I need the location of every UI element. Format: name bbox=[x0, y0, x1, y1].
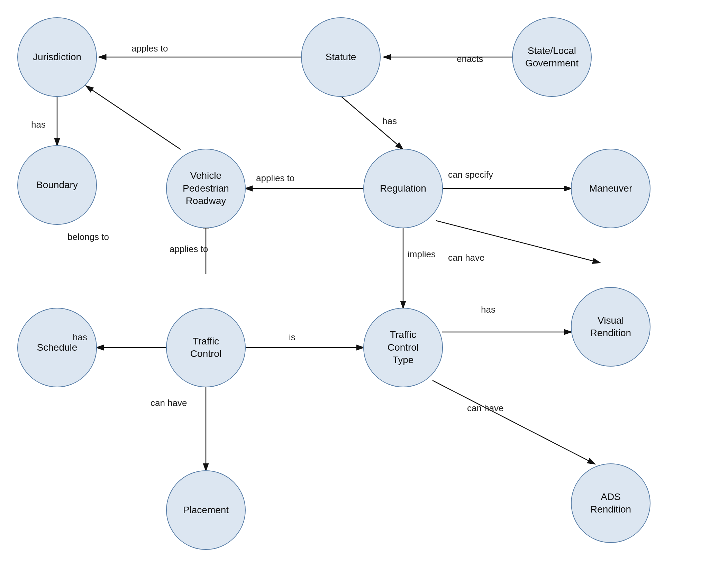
svg-line-12 bbox=[433, 380, 595, 464]
label-is: is bbox=[289, 332, 295, 343]
label-enacts: enacts bbox=[457, 54, 483, 64]
node-maneuver: Maneuver bbox=[571, 149, 650, 228]
node-visual-rendition: VisualRendition bbox=[571, 287, 650, 367]
label-can-specify: can specify bbox=[448, 169, 493, 180]
node-jurisdiction: Jurisdiction bbox=[17, 17, 97, 97]
label-belongs-to: belongs to bbox=[67, 232, 109, 242]
node-boundary: Boundary bbox=[17, 145, 97, 225]
node-state-local-gov: State/LocalGovernment bbox=[512, 17, 592, 97]
label-tc-can-have-placement: can have bbox=[151, 398, 187, 408]
node-traffic-control-type: TrafficControlType bbox=[363, 308, 443, 387]
label-tct-has: has bbox=[481, 304, 495, 315]
node-schedule: Schedule bbox=[17, 308, 97, 387]
label-applies-to-2: applies to bbox=[170, 244, 208, 255]
label-tct-can-have: can have bbox=[467, 403, 504, 414]
svg-line-14 bbox=[86, 86, 181, 149]
node-vehicle-ped-road: VehiclePedestrianRoadway bbox=[166, 149, 246, 228]
node-traffic-control: TrafficControl bbox=[166, 308, 246, 387]
node-placement: Placement bbox=[166, 470, 246, 550]
label-tc-has-schedule: has bbox=[73, 332, 87, 343]
label-apples-to: apples to bbox=[131, 43, 168, 54]
diagram: Jurisdiction Boundary Statute State/Loca… bbox=[0, 0, 728, 572]
node-ads-rendition: ADSRendition bbox=[571, 463, 650, 543]
label-applies-to-1: applies to bbox=[256, 173, 294, 184]
node-regulation: Regulation bbox=[363, 149, 443, 228]
label-can-have-maneuver: can have bbox=[448, 252, 485, 263]
label-statute-has: has bbox=[382, 116, 397, 127]
label-jurisdiction-has: has bbox=[31, 119, 46, 130]
label-implies: implies bbox=[408, 249, 436, 260]
node-statute: Statute bbox=[301, 17, 381, 97]
